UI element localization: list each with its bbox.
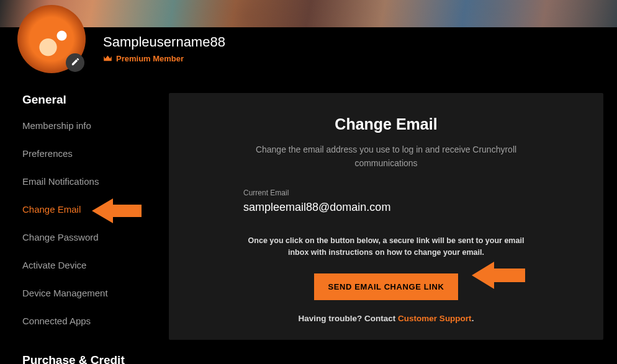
sidebar-section-purchase-credit: Purchase & Credit (22, 353, 155, 364)
trouble-suffix: . (472, 314, 474, 323)
sidebar-item-email-notifications[interactable]: Email Notifications (22, 176, 155, 187)
settings-sidebar: General Membership info Preferences Emai… (0, 93, 168, 364)
current-email-label: Current Email (243, 189, 492, 197)
pencil-icon (71, 57, 80, 69)
profile-name-block: Sampleusername88 Premium Member (103, 16, 225, 63)
sidebar-item-device-management[interactable]: Device Management (22, 288, 155, 298)
panel-title: Change Email (335, 115, 437, 133)
panel-description: Change the email address you use to log … (253, 143, 520, 170)
trouble-line: Having trouble? Contact Customer Support… (299, 314, 474, 323)
sidebar-item-preferences[interactable]: Preferences (22, 148, 155, 159)
profile-header: Sampleusername88 Premium Member (17, 5, 225, 73)
current-email-value: sampleemail88@domain.com (243, 201, 492, 214)
send-email-change-link-button[interactable]: Send Email Change Link (314, 273, 457, 300)
crown-icon (103, 55, 112, 63)
membership-line: Premium Member (103, 54, 225, 63)
customer-support-link[interactable]: Customer Support (398, 314, 472, 323)
sidebar-section-general: General (22, 93, 155, 107)
sidebar-item-connected-apps[interactable]: Connected Apps (22, 316, 155, 326)
sidebar-item-change-email[interactable]: Change Email (22, 204, 155, 215)
membership-label: Premium Member (116, 54, 184, 63)
trouble-prefix: Having trouble? Contact (299, 314, 399, 323)
panel-instructions: Once you click on the button below, a se… (243, 235, 529, 259)
sidebar-item-activate-device[interactable]: Activate Device (22, 260, 155, 270)
edit-avatar-button[interactable] (66, 53, 84, 72)
sidebar-item-change-password[interactable]: Change Password (22, 232, 155, 242)
sidebar-item-membership-info[interactable]: Membership info (22, 120, 155, 131)
current-email-block: Current Email sampleemail88@domain.com (243, 189, 492, 214)
change-email-panel: Change Email Change the email address yo… (169, 93, 603, 340)
avatar-wrap (17, 5, 86, 73)
username: Sampleusername88 (103, 34, 225, 50)
